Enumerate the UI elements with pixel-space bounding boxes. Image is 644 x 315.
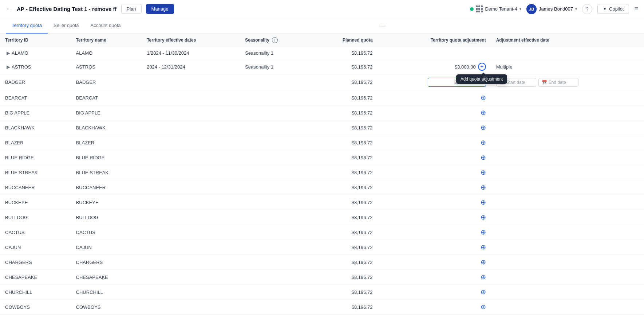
seasonality-cell — [240, 135, 311, 150]
end-date-placeholder: End date — [549, 80, 566, 85]
territory-id-cell: BUCCANEER — [0, 180, 71, 195]
add-adjustment-circle-button[interactable]: ⊕ — [481, 303, 486, 311]
tab-account-quota[interactable]: Account quota — [84, 18, 126, 34]
table-row: CHURCHILLCHURCHILL$8,196.72⊕ — [0, 285, 644, 300]
adjustment-date-cell: 📅Start date📅End date — [491, 74, 644, 90]
table-row: BADGERBADGER$8,196.72📅Start date📅End dat… — [0, 74, 644, 90]
territory-name-cell: CAJUN — [71, 240, 142, 255]
manage-button[interactable]: Manage — [146, 4, 174, 14]
seasonality-cell — [240, 270, 311, 285]
add-adjustment-circle-button[interactable]: ⊕ — [481, 228, 486, 236]
add-adjustment-circle-button[interactable]: ⊕ — [481, 258, 486, 266]
territory-dates-cell — [142, 74, 240, 90]
tab-territory-quota[interactable]: Territory quota — [6, 18, 48, 34]
add-adjustment-circle-button[interactable]: ⊕ — [481, 94, 486, 102]
plan-button[interactable]: Plan — [121, 4, 142, 14]
add-adjustment-circle-button[interactable]: ⊕ — [481, 183, 486, 191]
user-chevron-icon: ▾ — [575, 7, 577, 11]
territory-id-value: BIG APPLE — [5, 110, 29, 116]
table-row: CACTUSCACTUS$8,196.72⊕ — [0, 225, 644, 240]
territory-dates-cell — [142, 105, 240, 120]
col-territory-id: Territory ID — [0, 34, 71, 47]
expand-button[interactable]: ▶ — [5, 50, 12, 56]
status-indicator — [470, 7, 474, 11]
territory-id-cell: BIG APPLE — [0, 105, 71, 120]
adjustment-date-cell — [491, 255, 644, 270]
planned-quota-cell: $8,196.72 — [311, 285, 378, 300]
nav-left: ← AP - Effective Dating Test 1 - remove … — [6, 4, 174, 14]
add-adjustment-circle-button[interactable]: ⊕ — [481, 124, 486, 132]
user-name: James Bond007 — [539, 6, 573, 12]
copilot-plus-icon: ✦ — [603, 6, 607, 12]
tab-bar: Territory quota Seller quota Account quo… — [0, 18, 644, 34]
menu-button[interactable]: ≡ — [634, 5, 638, 13]
planned-quota-cell: $8,196.72 — [311, 47, 378, 59]
seasonality-cell — [240, 195, 311, 210]
user-selector[interactable]: JB James Bond007 ▾ — [526, 4, 577, 14]
territory-name-cell: BUCCANEER — [71, 180, 142, 195]
start-date-placeholder: Start date — [506, 80, 525, 85]
adjustment-cell: $3,000.00+Add quota adjustment — [378, 59, 491, 74]
territory-id-value: BLACKHAWK — [5, 125, 35, 131]
territory-id-cell: BLACKHAWK — [0, 120, 71, 135]
add-adjustment-button[interactable]: + — [478, 63, 486, 71]
seasonality-cell — [240, 165, 311, 180]
table-row: BLAZERBLAZER$8,196.72⊕ — [0, 135, 644, 150]
territory-id-cell: BLUE RIDGE — [0, 150, 71, 165]
add-adjustment-circle-button[interactable]: ⊕ — [481, 273, 486, 281]
add-adjustment-circle-button[interactable]: ⊕ — [481, 213, 486, 221]
seasonality-cell — [240, 225, 311, 240]
table-row: BIG APPLEBIG APPLE$8,196.72⊕ — [0, 105, 644, 120]
add-adjustment-tooltip: Add quota adjustment — [456, 74, 507, 84]
territory-name-cell: CHESAPEAKE — [71, 270, 142, 285]
back-button[interactable]: ← — [6, 5, 12, 13]
add-adjustment-circle-button[interactable]: ⊕ — [481, 243, 486, 251]
seasonality-cell: Seasonality 1 — [240, 59, 311, 74]
adjustment-cell: ⊕ — [378, 300, 491, 315]
adjustment-date-cell: Multiple — [491, 59, 644, 74]
add-adjustment-circle-button[interactable]: ⊕ — [481, 139, 486, 147]
add-adjustment-circle-button[interactable]: ⊕ — [481, 198, 486, 206]
col-adjustment-effective-date: Adjustment effective date — [491, 34, 644, 47]
territory-dates-cell — [142, 195, 240, 210]
adjustment-date-cell — [491, 225, 644, 240]
add-adjustment-circle-button[interactable]: ⊕ — [481, 109, 486, 117]
help-button[interactable]: ? — [582, 4, 592, 14]
territory-id-value: BUCCANEER — [5, 185, 35, 190]
planned-quota-cell: $8,196.72 — [311, 120, 378, 135]
expand-button[interactable]: ▶ — [5, 64, 12, 70]
quota-table: Territory ID Territory name Territory ef… — [0, 34, 644, 315]
seasonality-cell — [240, 74, 311, 90]
tab-seller-quota[interactable]: Seller quota — [48, 18, 84, 34]
add-adjustment-circle-button[interactable]: ⊕ — [481, 288, 486, 296]
territory-name-cell: COWBOYS — [71, 300, 142, 315]
adjustment-date-cell — [491, 285, 644, 300]
territory-id-cell: CAJUN — [0, 240, 71, 255]
territory-id-value: COWBOYS — [5, 304, 30, 310]
territory-id-cell: CHESAPEAKE — [0, 270, 71, 285]
territory-name-cell: BADGER — [71, 74, 142, 90]
planned-quota-cell: $8,196.72 — [311, 90, 378, 105]
add-adjustment-circle-button[interactable]: ⊕ — [481, 168, 486, 176]
territory-dates-cell — [142, 180, 240, 195]
table-row: BEARCATBEARCAT$8,196.72⊕ — [0, 90, 644, 105]
territory-id-cell: BLAZER — [0, 135, 71, 150]
territory-name-cell: CHARGERS — [71, 255, 142, 270]
territory-id-value: CHARGERS — [5, 260, 32, 265]
add-adjustment-circle-button[interactable]: ⊕ — [481, 153, 486, 162]
territory-id-cell: BADGER — [0, 74, 71, 90]
seasonality-info-icon[interactable]: i — [272, 37, 278, 43]
tenant-selector[interactable]: Demo Tenant-4 ▾ — [470, 5, 521, 12]
seasonality-cell — [240, 210, 311, 225]
territory-id-cell: CHURCHILL — [0, 285, 71, 300]
end-date-input[interactable]: 📅End date — [538, 78, 578, 87]
adjustment-cell: ⊕ — [378, 270, 491, 285]
adjustment-date-cell — [491, 105, 644, 120]
adjustment-date-value: Multiple — [496, 64, 513, 70]
seasonality-cell — [240, 180, 311, 195]
territory-name-cell: ASTROS — [71, 59, 142, 74]
adjustment-cell: ⊕ — [378, 195, 491, 210]
territory-id-cell: BUCKEYE — [0, 195, 71, 210]
territory-dates-cell — [142, 165, 240, 180]
copilot-button[interactable]: ✦ Copilot — [597, 4, 629, 14]
